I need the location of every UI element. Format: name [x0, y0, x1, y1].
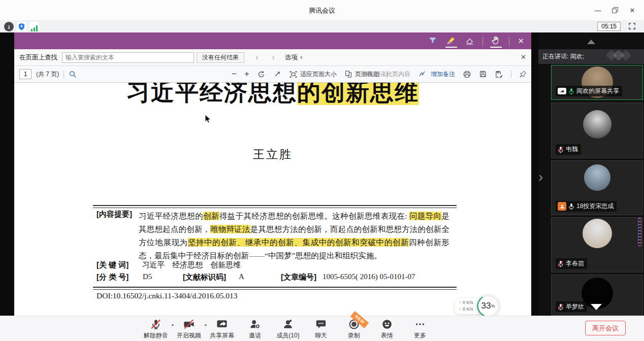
highlighted-text: 唯物辩证法: [210, 225, 250, 233]
abstract-text: 习近平经济思想的创新得益于其经济思想的创新思维。这种创新思维表现在: 问题导向是…: [139, 210, 449, 262]
volume-indicator: [638, 217, 641, 247]
add-note-button[interactable]: 增加备注: [418, 70, 455, 79]
participant-tile[interactable]: 李春苗: [551, 217, 643, 272]
page-view-icon: [344, 70, 352, 78]
restore-button[interactable]: [606, 0, 624, 20]
rotate-icon[interactable]: [257, 70, 266, 79]
chevron-down-icon: ∨: [300, 55, 303, 60]
participants-sidebar: 正在讲话: 闻欢; 闻欢的屏幕共享韦魏18投资宋思成李春苗单梦欣 ›: [538, 32, 644, 316]
share-screen-button[interactable]: 共享屏幕: [210, 318, 234, 340]
participant-name-chip: 单梦欣: [556, 301, 587, 312]
window-title: 腾讯会议: [0, 6, 644, 15]
toolbar-separator: [509, 37, 509, 45]
participant-name-chip: 闻欢的屏幕共享: [556, 86, 622, 96]
pdf-document[interactable]: 习近平经济思想的创新思维 王立胜 [内容提要] 习近平经济思想的创新得益于其经济…: [14, 83, 531, 317]
search-input[interactable]: [62, 52, 194, 63]
toolbar-button-label: 录制: [348, 331, 360, 340]
participant-name: 单梦欣: [566, 302, 584, 311]
participant-tile[interactable]: 18投资宋思成: [551, 160, 643, 215]
participant-name: 闻欢的屏幕共享: [576, 87, 619, 95]
zoom-in-button[interactable]: +: [244, 69, 249, 79]
leave-meeting-button[interactable]: 离开会议: [585, 321, 626, 335]
read-aloud-button[interactable]: A)) 朗读此页内容: [364, 70, 410, 79]
read-aloud-icon: A)): [364, 70, 371, 78]
chat-icon: [315, 318, 327, 330]
main-area: A ✕ 在页面上查找 没有任何结果 ‹ › 选项 ∨ ✕: [0, 32, 644, 316]
status-bar: i 05:15: [0, 20, 644, 32]
camera-off-icon: [183, 318, 195, 330]
fit-page-button[interactable]: 适应页面大小: [289, 70, 337, 79]
pan-tool-button[interactable]: [490, 35, 502, 48]
screen-share-badge-icon: [558, 88, 566, 94]
mic-muted-icon: [558, 303, 564, 311]
find-previous-button[interactable]: ‹: [253, 53, 261, 62]
keywords-value: 习近平 经济思想 创新思维: [142, 260, 241, 270]
class-value: D5: [143, 272, 152, 281]
doi-text: DOI:10.16502/j.cnki.11-3404/d.2016.05.01…: [96, 291, 238, 300]
text-highlighter-tool-button[interactable]: A: [445, 35, 457, 48]
participant-avatar: [583, 219, 612, 248]
start-video-button[interactable]: 开启视频▴: [177, 318, 201, 340]
participant-tile[interactable]: 韦魏: [551, 103, 643, 158]
page-number-input[interactable]: [19, 69, 31, 79]
upload-icon: ↑: [459, 299, 461, 305]
save-icon[interactable]: [479, 70, 487, 78]
window-titlebar: 腾讯会议 — ✕: [0, 0, 644, 20]
screen-share-icon: [216, 318, 228, 330]
emoji-button[interactable]: 表情: [375, 318, 399, 340]
info-icon[interactable]: i: [4, 22, 14, 31]
scroll-up-icon[interactable]: [587, 40, 595, 44]
mic-muted-icon: [558, 260, 564, 267]
members-button[interactable]: 成员(10): [276, 318, 300, 340]
unmute-button[interactable]: 解除静音▴: [144, 318, 168, 340]
eraser-tool-button[interactable]: [464, 35, 475, 47]
sidebar-collapse-button[interactable]: ›: [538, 169, 543, 185]
article-id-label: [文章编号]: [281, 272, 316, 282]
window-controls: — ✕: [589, 0, 641, 20]
fullscreen-button[interactable]: [628, 22, 637, 31]
close-button[interactable]: ✕: [624, 0, 641, 20]
participant-tile[interactable]: 闻欢的屏幕共享: [551, 65, 643, 100]
zoom-out-button[interactable]: −: [232, 69, 237, 79]
divider: [93, 205, 457, 208]
invite-icon: [249, 318, 261, 330]
shield-icon[interactable]: [17, 22, 26, 31]
fullscreen-icon: [628, 22, 636, 30]
watermark-logo: [607, 51, 635, 62]
find-bar: 在页面上查找 没有任何结果 ‹ › 选项 ∨ ✕: [14, 49, 531, 66]
participant-avatar: [583, 110, 611, 139]
search-result-status: 没有任何结果: [197, 52, 244, 63]
print-icon[interactable]: [463, 70, 471, 79]
pin-icon[interactable]: [519, 70, 527, 78]
find-options-button[interactable]: 选项 ∨: [285, 53, 303, 62]
expand-arrow-icon[interactable]: ▴: [205, 322, 207, 327]
meeting-timer: 05:15: [597, 22, 621, 31]
record-icon: NEW: [348, 318, 360, 330]
participant-name-chip: 李春苗: [556, 258, 587, 269]
annotation-close-button[interactable]: ✕: [517, 35, 525, 47]
mic-icon: [568, 88, 574, 95]
svg-text:A: A: [447, 41, 450, 45]
mouse-cursor: [205, 114, 212, 126]
find-close-button[interactable]: ✕: [521, 53, 526, 61]
participant-name: 韦魏: [566, 145, 578, 154]
minimize-button[interactable]: —: [589, 0, 606, 20]
highlighter-tool-button[interactable]: [427, 35, 438, 47]
abstract-label: [内容提要]: [96, 210, 132, 262]
invite-button[interactable]: 邀请: [243, 318, 267, 340]
more-button[interactable]: 更多: [408, 318, 432, 340]
article-id-value: 1005-6505( 2016) 05-0101-07: [323, 272, 415, 281]
toolbar-button-label: 共享屏幕: [210, 331, 234, 340]
doc-code-label: [文献标识码]: [183, 272, 226, 282]
record-button[interactable]: NEW录制: [342, 318, 366, 340]
find-next-button[interactable]: ›: [270, 53, 277, 62]
resize-diagonal-icon[interactable]: [273, 70, 281, 78]
expand-arrow-icon[interactable]: ▴: [172, 322, 174, 327]
signal-icon[interactable]: [29, 22, 39, 31]
members-icon: [282, 318, 294, 330]
chat-button[interactable]: 聊天: [309, 318, 333, 340]
toolbar-separator: [482, 37, 483, 45]
save-as-icon[interactable]: [495, 70, 503, 79]
scroll-down-icon[interactable]: [591, 304, 602, 310]
search-icon[interactable]: [69, 70, 77, 79]
